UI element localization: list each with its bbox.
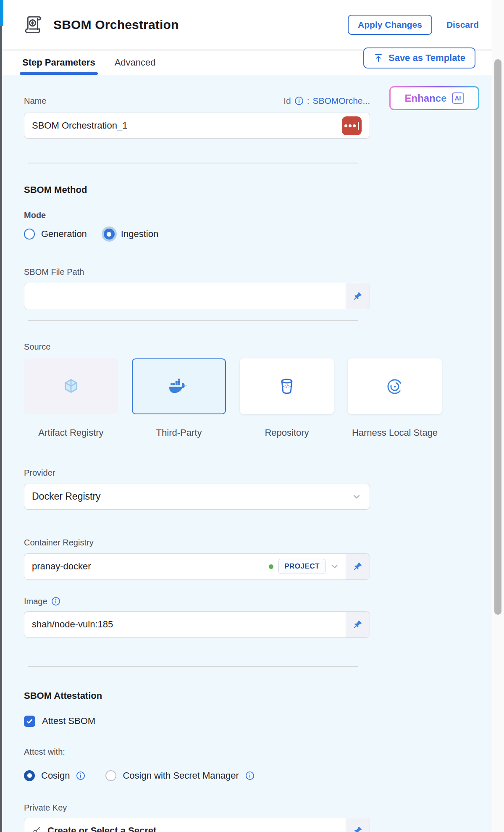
sbom-file-path-label: SBOM File Path [24,267,492,277]
attest-sbom-checkbox-row[interactable]: Attest SBOM [24,716,492,727]
container-registry-input[interactable] [24,554,269,579]
scrollbar-track[interactable] [492,0,504,832]
radio-cosign-secret-manager-label: Cosign with Secret Manager [123,770,239,781]
radio-ingestion-label: Ingestion [121,229,158,240]
save-as-template-button[interactable]: Save as Template [363,47,475,68]
provider-value: Docker Registry [32,491,351,502]
radio-cosign-control[interactable] [24,770,35,781]
tab-advanced[interactable]: Advanced [115,50,156,75]
private-key-label: Private Key [24,803,492,813]
container-registry-field: PROJECT [24,553,370,580]
radio-generation-label: Generation [41,229,87,240]
section-divider [28,666,358,667]
private-key-value-area[interactable]: Create or Select a Secret [24,818,346,832]
step-config-panel: SBOM Orchestration Apply Changes Discard… [2,0,492,832]
radio-generation-control[interactable] [24,229,35,240]
repository-icon: </> [278,377,296,396]
key-icon [32,826,42,832]
provider-select[interactable]: Docker Registry [24,484,370,510]
attest-sbom-checkbox[interactable] [24,716,35,727]
pin-toggle[interactable] [346,818,370,832]
mode-label: Mode [24,211,492,220]
sbom-file-path-field [24,283,370,309]
sbom-attestation-heading: SBOM Attestation [24,690,492,701]
private-key-field[interactable]: Create or Select a Secret [24,818,370,832]
radio-ingestion[interactable]: Ingestion [104,229,158,240]
section-divider [28,163,358,163]
chevron-down-icon [351,491,362,502]
docker-icon [169,378,189,395]
scope-badge[interactable]: PROJECT [278,559,326,574]
image-input[interactable] [24,612,346,637]
radio-ingestion-control[interactable] [104,229,115,240]
upload-icon [373,53,383,63]
source-card-harness-local-stage[interactable] [348,358,442,414]
step-parameters-form: Enhance AI Name Id : SBOMOrche... [2,75,492,832]
red-dots-extension-icon[interactable] [342,116,362,135]
id-label: Id [284,96,291,106]
corner-accent-bar [0,0,3,26]
source-label-repository: Repository [265,426,309,440]
svg-text:</>: </> [283,384,291,389]
source-label-third-party: Third-Party [156,426,202,440]
tab-bar: Step Parameters Advanced Save as Templat… [2,50,492,75]
enhance-ai-button[interactable]: Enhance AI [389,86,479,110]
connector-status-dot [269,564,273,569]
harness-stage-icon [385,377,404,396]
info-icon[interactable] [51,597,60,606]
radio-cosign-secret-manager-control[interactable] [105,770,116,781]
apply-changes-button[interactable]: Apply Changes [348,15,432,35]
source-label-harness-local-stage: Harness Local Stage [352,426,438,440]
name-label: Name [24,96,46,106]
discard-button[interactable]: Discard [446,20,479,30]
scrollbar-thumb[interactable] [494,59,501,615]
page-title: SBOM Orchestration [53,18,348,32]
source-card-repository[interactable]: </> [240,358,334,414]
scroll-plus-icon [23,14,45,36]
private-key-placeholder: Create or Select a Secret [47,825,156,832]
source-card-artifact-registry[interactable] [24,358,118,414]
info-icon[interactable] [76,771,85,780]
radio-cosign-label: Cosign [41,770,70,781]
chevron-down-icon[interactable] [330,561,340,571]
attest-with-label: Attest with: [24,747,492,757]
sbom-file-path-input[interactable] [24,283,346,309]
pin-toggle[interactable] [346,554,370,579]
id-separator: : [307,96,310,106]
pin-toggle[interactable] [346,283,370,309]
container-registry-label: Container Registry [24,538,492,548]
image-field [24,611,370,638]
panel-header: SBOM Orchestration Apply Changes Discard [2,0,492,50]
info-icon[interactable] [294,96,304,105]
provider-label: Provider [24,468,492,478]
source-label-artifact-registry: Artifact Registry [38,426,103,440]
name-input[interactable] [24,113,370,139]
radio-cosign-secret-manager[interactable]: Cosign with Secret Manager [105,770,254,781]
ai-badge: AI [452,92,464,104]
info-icon[interactable] [245,771,255,780]
pin-toggle[interactable] [346,612,370,637]
artifact-registry-icon [62,377,80,396]
attest-sbom-label: Attest SBOM [42,716,95,727]
image-label: Image [24,597,47,606]
save-as-template-label: Save as Template [388,53,465,63]
section-divider [28,320,358,321]
source-label: Source [24,342,492,352]
step-id-value[interactable]: SBOMOrche... [312,96,370,106]
radio-cosign[interactable]: Cosign [24,770,85,781]
tab-step-parameters[interactable]: Step Parameters [22,50,95,75]
source-card-third-party[interactable] [132,358,226,414]
sbom-method-heading: SBOM Method [24,184,492,195]
enhance-label: Enhance [404,92,446,104]
radio-generation[interactable]: Generation [24,229,87,240]
